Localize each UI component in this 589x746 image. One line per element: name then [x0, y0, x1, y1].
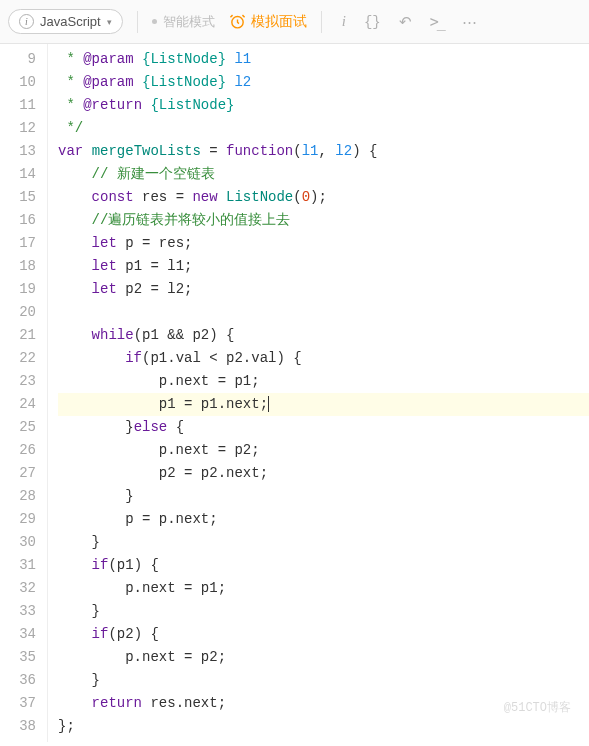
code-line[interactable]	[58, 301, 589, 324]
line-number: 20	[0, 301, 36, 324]
code-line[interactable]: while(p1 && p2) {	[58, 324, 589, 347]
line-number: 21	[0, 324, 36, 347]
more-icon[interactable]: ⋯	[462, 13, 477, 31]
line-number: 38	[0, 715, 36, 738]
line-number: 9	[0, 48, 36, 71]
line-number: 16	[0, 209, 36, 232]
divider	[321, 11, 322, 33]
code-line[interactable]: let p1 = l1;	[58, 255, 589, 278]
code-line[interactable]: }	[58, 531, 589, 554]
line-number: 37	[0, 692, 36, 715]
undo-icon[interactable]: ↶	[399, 13, 412, 31]
line-number-gutter: 9101112131415161718192021222324252627282…	[0, 44, 48, 742]
dot-icon	[152, 19, 157, 24]
line-number: 33	[0, 600, 36, 623]
code-line[interactable]: //遍历链表并将较小的值接上去	[58, 209, 589, 232]
code-lines[interactable]: * @param {ListNode} l1 * @param {ListNod…	[48, 44, 589, 742]
line-number: 30	[0, 531, 36, 554]
code-line[interactable]: p2 = p2.next;	[58, 462, 589, 485]
code-line[interactable]: return res.next;	[58, 692, 589, 715]
mock-label: 模拟面试	[251, 13, 307, 31]
code-line[interactable]: const res = new ListNode(0);	[58, 186, 589, 209]
code-line[interactable]: p.next = p2;	[58, 439, 589, 462]
line-number: 10	[0, 71, 36, 94]
code-line[interactable]: let p = res;	[58, 232, 589, 255]
toolbar-icons: i {} ↶ >_ ⋯	[342, 13, 477, 31]
code-line[interactable]: var mergeTwoLists = function(l1, l2) {	[58, 140, 589, 163]
code-line[interactable]: p.next = p1;	[58, 370, 589, 393]
mode-label: 智能模式	[163, 13, 215, 31]
line-number: 29	[0, 508, 36, 531]
editor-toolbar: i JavaScript ▾ 智能模式 模拟面试 i {} ↶ >_ ⋯	[0, 0, 589, 44]
terminal-icon[interactable]: >_	[430, 13, 444, 31]
line-number: 22	[0, 347, 36, 370]
code-line[interactable]: };	[58, 715, 589, 738]
line-number: 19	[0, 278, 36, 301]
code-line[interactable]: p.next = p1;	[58, 577, 589, 600]
line-number: 12	[0, 117, 36, 140]
smart-mode-toggle[interactable]: 智能模式	[152, 13, 215, 31]
code-line[interactable]: // 新建一个空链表	[58, 163, 589, 186]
line-number: 28	[0, 485, 36, 508]
line-number: 24	[0, 393, 36, 416]
line-number: 32	[0, 577, 36, 600]
line-number: 14	[0, 163, 36, 186]
line-number: 17	[0, 232, 36, 255]
braces-icon[interactable]: {}	[364, 14, 381, 30]
code-line[interactable]: * @param {ListNode} l1	[58, 48, 589, 71]
divider	[137, 11, 138, 33]
chevron-down-icon: ▾	[107, 17, 112, 27]
code-line[interactable]: if(p1) {	[58, 554, 589, 577]
line-number: 31	[0, 554, 36, 577]
info-icon: i	[19, 14, 34, 29]
italic-icon[interactable]: i	[342, 13, 346, 30]
code-line[interactable]: * @return {ListNode}	[58, 94, 589, 117]
code-line[interactable]: }	[58, 485, 589, 508]
code-line[interactable]: * @param {ListNode} l2	[58, 71, 589, 94]
code-line[interactable]: p.next = p2;	[58, 646, 589, 669]
line-number: 13	[0, 140, 36, 163]
code-line[interactable]: }else {	[58, 416, 589, 439]
code-line[interactable]: */	[58, 117, 589, 140]
language-select[interactable]: i JavaScript ▾	[8, 9, 123, 34]
code-line[interactable]: let p2 = l2;	[58, 278, 589, 301]
line-number: 35	[0, 646, 36, 669]
alarm-icon	[229, 13, 246, 30]
line-number: 18	[0, 255, 36, 278]
line-number: 27	[0, 462, 36, 485]
line-number: 23	[0, 370, 36, 393]
line-number: 26	[0, 439, 36, 462]
code-line[interactable]: if(p1.val < p2.val) {	[58, 347, 589, 370]
code-editor[interactable]: 9101112131415161718192021222324252627282…	[0, 44, 589, 742]
line-number: 36	[0, 669, 36, 692]
code-line[interactable]: if(p2) {	[58, 623, 589, 646]
code-line[interactable]: p1 = p1.next;	[58, 393, 589, 416]
language-label: JavaScript	[40, 14, 101, 29]
line-number: 11	[0, 94, 36, 117]
code-line[interactable]: }	[58, 600, 589, 623]
mock-interview-button[interactable]: 模拟面试	[229, 13, 307, 31]
code-line[interactable]: p = p.next;	[58, 508, 589, 531]
code-line[interactable]: }	[58, 669, 589, 692]
line-number: 25	[0, 416, 36, 439]
line-number: 15	[0, 186, 36, 209]
line-number: 34	[0, 623, 36, 646]
